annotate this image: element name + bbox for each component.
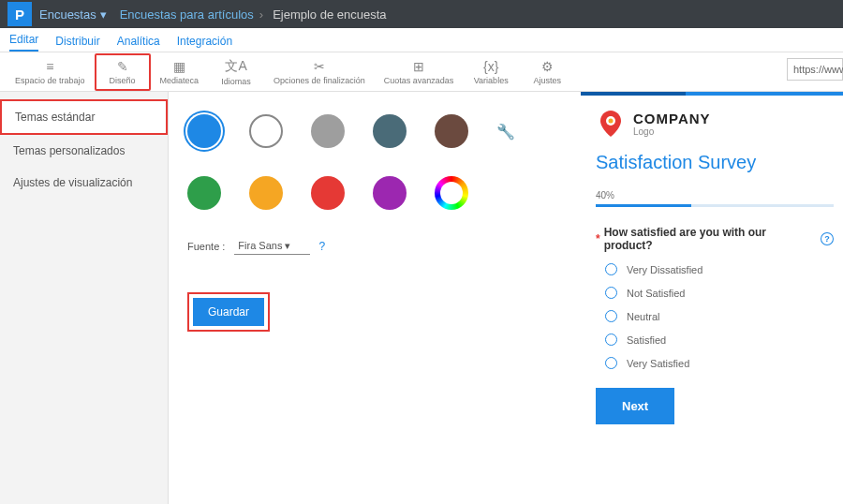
- media-icon: ▦: [173, 59, 185, 74]
- sidebar-item-custom-themes[interactable]: Temas personalizados: [0, 135, 168, 167]
- main-tabs: Editar Distribuir Analítica Integración: [0, 28, 843, 52]
- tab-distribuir[interactable]: Distribuir: [55, 35, 99, 52]
- option-4[interactable]: Satisfied: [596, 334, 834, 346]
- sidebar-item-display-settings[interactable]: Ajustes de visualización: [0, 167, 168, 199]
- languages-icon: 文A: [225, 58, 246, 75]
- color-slate[interactable]: [373, 114, 407, 148]
- company-logo-icon: [596, 109, 626, 139]
- survey-title: Satisfaction Survey: [596, 152, 834, 173]
- progress-bar: [596, 204, 834, 207]
- font-label: Fuente :: [187, 241, 225, 252]
- required-asterisk: *: [596, 232, 600, 245]
- radio-icon: [605, 287, 617, 299]
- completion-icon: ✂: [314, 59, 325, 74]
- tab-integracion[interactable]: Integración: [177, 35, 232, 52]
- color-brown[interactable]: [435, 114, 468, 148]
- tab-analitica[interactable]: Analítica: [117, 35, 160, 52]
- radio-icon: [605, 334, 617, 346]
- save-highlight: Guardar: [187, 292, 270, 332]
- color-grey[interactable]: [311, 114, 345, 148]
- quotas-icon: ⊞: [413, 59, 424, 74]
- option-2[interactable]: Not Satisfied: [596, 287, 834, 299]
- breadcrumb-parent[interactable]: Encuestas para artículos: [120, 7, 254, 22]
- color-row-2: [187, 176, 562, 210]
- tool-settings[interactable]: ⚙Ajustes: [519, 55, 575, 89]
- radio-icon: [605, 357, 617, 369]
- color-blue[interactable]: [187, 114, 221, 148]
- color-red[interactable]: [311, 176, 345, 210]
- color-custom[interactable]: [435, 176, 468, 210]
- question-text: * How satisfied are you with our product…: [596, 226, 834, 252]
- survey-preview: COMPANY Logo Satisfaction Survey 40% * H…: [581, 92, 843, 504]
- design-icon: ✎: [117, 59, 128, 74]
- tool-design[interactable]: ✎Diseño: [95, 53, 151, 91]
- option-3[interactable]: Neutral: [596, 310, 834, 322]
- tool-media[interactable]: ▦Mediateca: [151, 55, 209, 89]
- question-help-icon[interactable]: ?: [821, 232, 834, 245]
- wrench-icon[interactable]: 🔧: [496, 123, 515, 141]
- option-1[interactable]: Very Dissatisfied: [596, 263, 834, 275]
- company-name: COMPANY: [633, 111, 711, 126]
- save-button[interactable]: Guardar: [193, 298, 264, 326]
- breadcrumb-separator: ›: [259, 7, 263, 22]
- sidebar-item-standard-themes[interactable]: Temas estándar: [0, 99, 168, 135]
- next-button[interactable]: Next: [596, 388, 674, 424]
- tool-variables[interactable]: {x}Variables: [463, 55, 519, 89]
- tool-completion[interactable]: ✂Opciones de finalización: [264, 55, 375, 89]
- tool-quotas[interactable]: ⊞Cuotas avanzadas: [375, 55, 464, 89]
- color-orange[interactable]: [249, 176, 283, 210]
- color-row-1: 🔧: [187, 114, 562, 148]
- center-panel: 🔧 Fuente : Fira Sans ▾ ? Guardar: [169, 92, 581, 504]
- breadcrumb-current: Ejemplo de encuesta: [273, 7, 386, 22]
- app-logo: P: [7, 2, 32, 26]
- font-select[interactable]: Fira Sans ▾: [234, 238, 309, 255]
- toolbar: ≡Espacio de trabajo ✎Diseño ▦Mediateca 文…: [0, 52, 843, 92]
- chevron-down-icon: ▾: [100, 7, 107, 22]
- tool-workspace[interactable]: ≡Espacio de trabajo: [6, 55, 95, 89]
- gear-icon: ⚙: [541, 59, 554, 74]
- radio-icon: [605, 263, 617, 275]
- sidebar: Temas estándar Temas personalizados Ajus…: [0, 92, 169, 504]
- surveys-dropdown[interactable]: Encuestas ▾: [39, 7, 107, 22]
- tool-languages[interactable]: 文AIdiomas: [208, 54, 264, 90]
- font-row: Fuente : Fira Sans ▾ ?: [187, 238, 562, 255]
- color-green[interactable]: [187, 176, 221, 210]
- tab-editar[interactable]: Editar: [9, 33, 38, 52]
- workspace-icon: ≡: [46, 59, 53, 74]
- progress-label: 40%: [596, 190, 834, 200]
- option-5[interactable]: Very Satisfied: [596, 357, 834, 369]
- variables-icon: {x}: [483, 59, 498, 74]
- svg-point-1: [609, 119, 614, 124]
- color-white[interactable]: [249, 114, 283, 148]
- help-icon[interactable]: ?: [319, 240, 326, 253]
- radio-icon: [605, 310, 617, 322]
- url-field[interactable]: https://www.c: [787, 58, 843, 81]
- company-logo-sub: Logo: [633, 126, 711, 137]
- color-purple[interactable]: [373, 176, 407, 210]
- top-bar: P Encuestas ▾ Encuestas para artículos ›…: [0, 0, 843, 28]
